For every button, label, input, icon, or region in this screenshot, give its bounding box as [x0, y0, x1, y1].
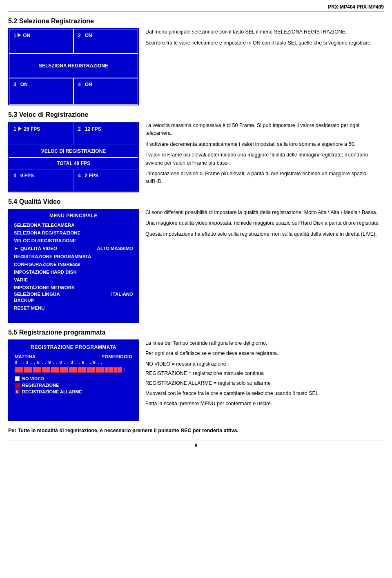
grid-cell-seleziona: SELEZIONA REGISTRAZIONE [9, 54, 138, 78]
prog-mattina: MATTINA [15, 354, 36, 359]
menu-item-3: VELOC DI REGISTRAZIONE [14, 237, 133, 244]
prog-pomeriggio: POMERIGGIO [102, 354, 132, 359]
section-53-content: 1 25 FPS 2 12 FPS VELOC DI REGISTRAZIONE… [8, 122, 384, 192]
prog-seg-10 [55, 367, 59, 373]
prog-bar: ↑ [15, 366, 132, 373]
prog-seg-14 [73, 367, 77, 373]
section-52-grid: 1 ON 2 ON SELEZIONA REGISTRAZIONE 3 ON 4… [8, 28, 139, 105]
section-52-desc-1: Dal menù principale selezionare con il t… [145, 28, 384, 36]
bold-note: Per Tutte le modalità di registrazione, … [8, 428, 384, 433]
menu-item-11: BACKUP [14, 297, 133, 304]
grid-cell-2: 2 ON [74, 29, 138, 54]
veloc-cell-3: 3 9 FPS [9, 169, 74, 192]
legend-box-reg [15, 383, 20, 388]
menu-box: MENU PRINCIPALE SELEZIONA TELECAMERA SEL… [8, 209, 139, 323]
section-55-right: La linea del Tempo centrale raffigura le… [145, 339, 384, 421]
prog-seg-23 [114, 367, 118, 373]
prog-seg-12 [64, 367, 68, 373]
prog-seg-4 [28, 367, 32, 373]
prog-seg-11 [60, 367, 64, 373]
page-header: PRX-MP404 PRX-MP409 [8, 4, 384, 12]
section-53-desc-2: Il software decrementa automaticamente i… [145, 141, 384, 148]
prog-seg-8 [46, 367, 50, 373]
prog-seg-15 [78, 367, 82, 373]
veloc-bottom-row: 3 9 FPS 4 2 FPS [9, 169, 138, 192]
section-55-desc-6: Muoversi con le frecce fra le ore e camb… [145, 390, 384, 397]
menu-item-4: ► QUALITÀ VIDEO ALTO MASSIMO [14, 244, 133, 252]
menu-item-8: VARIE [14, 276, 133, 283]
section-55-left: REGISTRAZIONE PROGRAMMATA MATTINA POMERI… [8, 339, 139, 421]
section-55-desc-4: REGISTRAZIONE = registrazione manuale co… [145, 370, 384, 377]
prog-time-row: MATTINA POMERIGGIO [15, 354, 132, 359]
grid-cell-4: 4 ON [74, 78, 138, 105]
section-55-title: 5.5 Registrazione programmata [8, 329, 384, 336]
section-52-content: 1 ON 2 ON SELEZIONA REGISTRAZIONE 3 ON 4… [8, 28, 384, 105]
header-title: PRX-MP404 PRX-MP409 [328, 4, 384, 10]
prog-seg-9 [51, 367, 55, 373]
legend-no-video: NO VIDEO [15, 376, 132, 381]
menu-item-5: REGISTRAZIONE PROGRAMMATA [14, 252, 133, 260]
section-54-content: MENU PRINCIPALE SELEZIONA TELECAMERA SEL… [8, 209, 384, 323]
legend-registrazione: REGISTRAZIONE [15, 383, 132, 388]
prog-seg-16 [82, 367, 86, 373]
section-52-desc-2: Scorrere fra le varie Telecamere e impos… [145, 39, 384, 47]
section-55-desc-5: REGISTRAZIONE ALLARME = registra solo su… [145, 379, 384, 387]
menu-item-7: IMPOSTAZIONE HARD DISK [14, 268, 133, 276]
prog-seg-21 [105, 367, 109, 373]
legend-label-novideo: NO VIDEO [22, 376, 44, 381]
prog-seg-20 [100, 367, 104, 373]
section-53-left: 1 25 FPS 2 12 FPS VELOC DI REGISTRAZIONE… [8, 122, 139, 192]
veloc-header: VELOC DI REGISTRAZIONE [9, 145, 138, 158]
arrow-icon-4: ► [14, 245, 19, 252]
prog-seg-17 [87, 367, 91, 373]
section-53-desc-1: La velocità massima complessiva è di 50 … [145, 122, 384, 138]
menu-item-6: CONFIGURAZIONE INGRESSI [14, 260, 133, 268]
legend-label-reg: REGISTRAZIONE [22, 383, 59, 388]
legend-allarme: S REGISTRAZIONE ALLARME [15, 389, 132, 394]
menu-item-10: SELEZIONE LINGUA ITALIANO [14, 292, 133, 297]
section-54-title: 5.4 Qualità Video [8, 198, 384, 205]
prog-seg-2 [19, 367, 23, 373]
section-54-desc-3: Questa impostazione ha effetto solo sull… [145, 230, 384, 238]
section-53-desc-4: L'impostazione di valori di Frame più el… [145, 170, 384, 186]
legend-box-novideo [15, 376, 20, 381]
section-53-desc-3: I valori di Frame più elevati determinan… [145, 151, 384, 167]
section-54-desc-1: Ci sono differenti possibilità di impost… [145, 209, 384, 216]
prog-numbers: 0 . . 3 . . 6 . . 9 . . 0 . . 3 . . 6 . … [15, 360, 132, 365]
prog-seg-24 [118, 367, 122, 373]
menu-item-9: IMPOSTAZIONE NETWORK [14, 283, 133, 291]
prog-seg-18 [91, 367, 95, 373]
veloc-cell-1: 1 25 FPS [9, 123, 74, 145]
veloc-cell-4: 4 2 FPS [74, 169, 138, 192]
section-55-desc-1: La linea del Tempo centrale raffigura le… [145, 339, 384, 347]
section-54-left: MENU PRINCIPALE SELEZIONA TELECAMERA SEL… [8, 209, 139, 323]
page-footer: 9 [8, 440, 384, 449]
prog-title: REGISTRAZIONE PROGRAMMATA [15, 344, 132, 350]
section-54-right: Ci sono differenti possibilità di impost… [145, 209, 384, 323]
prog-seg-7 [42, 367, 46, 373]
prog-seg-22 [109, 367, 113, 373]
section-55-content: REGISTRAZIONE PROGRAMMATA MATTINA POMERI… [8, 339, 384, 421]
section-54-desc-2: Una maggiore qualità video impostata, ri… [145, 219, 384, 227]
section-52-left: 1 ON 2 ON SELEZIONA REGISTRAZIONE 3 ON 4… [8, 28, 139, 105]
grid-cell-3: 3 ON [9, 78, 74, 105]
veloc-cell-2: 2 12 FPS [74, 123, 138, 145]
section-52-right: Dal menù principale selezionare con il t… [145, 28, 384, 105]
menu-item-2: SELEZIONA REGISTRAZIONE [14, 229, 133, 237]
prog-seg-5 [33, 367, 37, 373]
legend-label-allarme: REGISTRAZIONE ALLARME [22, 389, 82, 394]
section-55-desc-3: NO VIDEO = nessuna registrazione [145, 360, 384, 368]
prog-seg-1 [15, 367, 19, 373]
page-number: 9 [195, 443, 198, 449]
section-53-title: 5.3 Veloc di Registrazione [8, 111, 384, 118]
prog-seg-6 [37, 367, 41, 373]
menu-title: MENU PRINCIPALE [14, 213, 133, 219]
section-55-desc-7: Fatta la scelta, premere MENU per confer… [145, 400, 384, 408]
section-53-right: La velocità massima complessiva è di 50 … [145, 122, 384, 192]
prog-seg-19 [96, 367, 100, 373]
section-52-title: 5.2 Seleziona Registrazione [8, 18, 384, 25]
prog-seg-13 [69, 367, 73, 373]
veloc-total: TOTAL 48 FPS [9, 158, 138, 169]
prog-arrow-up-icon: ↑ [123, 366, 126, 373]
menu-item-1: SELEZIONA TELECAMERA [14, 221, 133, 229]
